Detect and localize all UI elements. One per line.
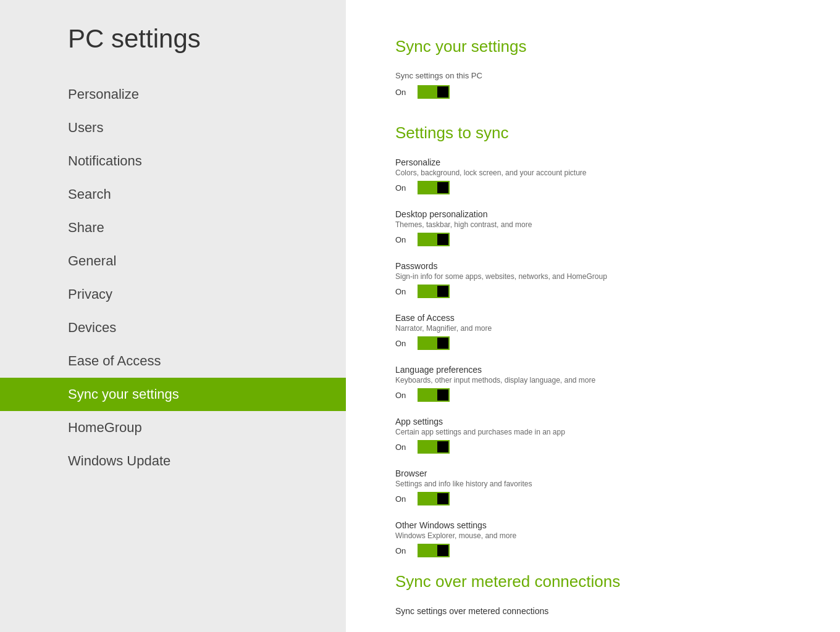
toggle-thumb-6 <box>437 493 448 504</box>
sync-item-1: Desktop personalizationThemes, taskbar, … <box>395 209 791 246</box>
toggle-thumb <box>437 86 448 98</box>
sidebar-item-share[interactable]: Share <box>68 211 346 244</box>
sync-item-desc-4: Keyboards, other input methods, display … <box>395 376 791 385</box>
toggle-state-6: On <box>395 494 408 504</box>
toggle-thumb-5 <box>437 441 448 452</box>
toggle-track-3 <box>418 336 450 350</box>
sync-item-desc-0: Colors, background, lock screen, and you… <box>395 168 791 177</box>
sync-item-0: PersonalizeColors, background, lock scre… <box>395 157 791 194</box>
toggle-4[interactable] <box>418 388 450 402</box>
sidebar-item-search[interactable]: Search <box>68 178 346 211</box>
toggle-track-4 <box>418 388 450 402</box>
sidebar-item-homegroup[interactable]: HomeGroup <box>68 411 346 444</box>
sidebar-item-notifications[interactable]: Notifications <box>68 144 346 178</box>
metered-title: Sync over metered connections <box>395 572 791 591</box>
toggle-thumb-4 <box>437 389 448 401</box>
toggle-thumb-2 <box>437 286 448 297</box>
toggle-state-0: On <box>395 183 408 193</box>
sync-item-label-7: Other Windows settings <box>395 520 791 530</box>
sidebar-item-general[interactable]: General <box>68 244 346 278</box>
toggle-0[interactable] <box>418 181 450 194</box>
sync-item-6: BrowserSettings and info like history an… <box>395 468 791 505</box>
main-content: Sync your settings Sync settings on this… <box>346 0 840 632</box>
sidebar-item-personalize[interactable]: Personalize <box>68 78 346 111</box>
sync-item-3: Ease of AccessNarrator, Magnifier, and m… <box>395 313 791 350</box>
sidebar-item-devices[interactable]: Devices <box>68 311 346 344</box>
sync-settings-section: Sync your settings Sync settings on this… <box>395 37 791 99</box>
sync-item-label-2: Passwords <box>395 261 791 271</box>
toggle-state-7: On <box>395 546 408 555</box>
nav-menu: PersonalizeUsersNotificationsSearchShare… <box>68 78 346 478</box>
toggle-row-5: On <box>395 440 791 454</box>
sync-item-desc-1: Themes, taskbar, high contrast, and more <box>395 220 791 229</box>
sync-item-label-4: Language preferences <box>395 365 791 375</box>
toggle-track-1 <box>418 233 450 246</box>
sync-item-label-3: Ease of Access <box>395 313 791 323</box>
sync-items-list: PersonalizeColors, background, lock scre… <box>395 157 791 557</box>
sidebar: PC settings PersonalizeUsersNotification… <box>0 0 346 632</box>
sync-item-desc-2: Sign-in info for some apps, websites, ne… <box>395 272 791 281</box>
sync-item-4: Language preferencesKeyboards, other inp… <box>395 365 791 402</box>
toggle-2[interactable] <box>418 285 450 298</box>
toggle-row-3: On <box>395 336 791 350</box>
toggle-row-0: On <box>395 181 791 194</box>
sync-item-2: PasswordsSign-in info for some apps, web… <box>395 261 791 298</box>
toggle-thumb-1 <box>437 234 448 245</box>
toggle-row-1: On <box>395 233 791 246</box>
sync-item-desc-3: Narrator, Magnifier, and more <box>395 324 791 333</box>
settings-to-sync-title: Settings to sync <box>395 123 791 143</box>
sync-item-desc-6: Settings and info like history and favor… <box>395 480 791 488</box>
sidebar-item-sync-your-settings[interactable]: Sync your settings <box>0 378 346 411</box>
app-title: PC settings <box>68 25 346 53</box>
sidebar-item-ease-of-access[interactable]: Ease of Access <box>68 344 346 378</box>
sidebar-item-users[interactable]: Users <box>68 111 346 144</box>
toggle-track-2 <box>418 285 450 298</box>
toggle-7[interactable] <box>418 544 450 557</box>
sync-item-label-0: Personalize <box>395 157 791 167</box>
sidebar-item-windows-update[interactable]: Windows Update <box>68 444 346 478</box>
sync-settings-title: Sync your settings <box>395 37 791 56</box>
toggle-state-4: On <box>395 391 408 400</box>
sync-item-label-6: Browser <box>395 468 791 478</box>
sync-on-pc-state: On <box>395 88 408 97</box>
toggle-track <box>418 85 450 99</box>
toggle-row-2: On <box>395 285 791 298</box>
toggle-row-7: On <box>395 544 791 557</box>
toggle-state-2: On <box>395 287 408 296</box>
toggle-state-3: On <box>395 339 408 348</box>
toggle-thumb-3 <box>437 338 448 349</box>
sync-item-desc-5: Certain app settings and purchases made … <box>395 428 791 436</box>
sync-item-5: App settingsCertain app settings and pur… <box>395 417 791 454</box>
metered-label: Sync settings over metered connections <box>395 606 791 616</box>
toggle-track-7 <box>418 544 450 557</box>
sync-item-7: Other Windows settingsWindows Explorer, … <box>395 520 791 557</box>
toggle-5[interactable] <box>418 440 450 454</box>
sync-on-pc-toggle-row: On <box>395 85 791 99</box>
toggle-thumb-7 <box>437 545 448 556</box>
sync-on-pc-toggle[interactable] <box>418 85 450 99</box>
sync-item-label-1: Desktop personalization <box>395 209 791 219</box>
toggle-track-0 <box>418 181 450 194</box>
sidebar-item-privacy[interactable]: Privacy <box>68 278 346 311</box>
toggle-3[interactable] <box>418 336 450 350</box>
sync-item-label-5: App settings <box>395 417 791 426</box>
toggle-row-6: On <box>395 492 791 505</box>
toggle-state-5: On <box>395 443 408 452</box>
toggle-6[interactable] <box>418 492 450 505</box>
toggle-row-4: On <box>395 388 791 402</box>
sync-item-desc-7: Windows Explorer, mouse, and more <box>395 531 791 540</box>
toggle-thumb-0 <box>437 182 448 193</box>
toggle-track-5 <box>418 440 450 454</box>
toggle-state-1: On <box>395 235 408 244</box>
toggle-track-6 <box>418 492 450 505</box>
toggle-1[interactable] <box>418 233 450 246</box>
sync-on-pc-label: Sync settings on this PC <box>395 71 791 80</box>
